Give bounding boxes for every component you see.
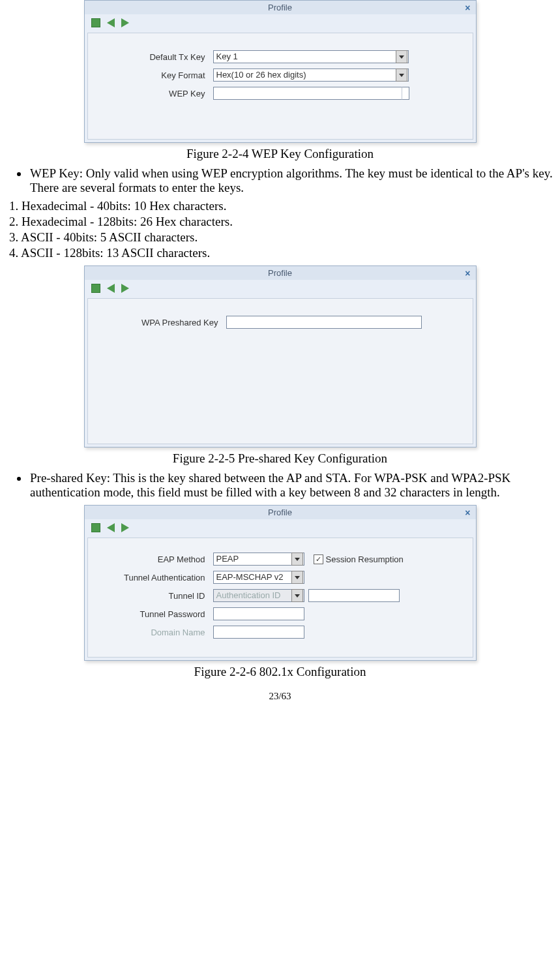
label-domain-name: Domain Name bbox=[101, 628, 213, 637]
dialog-title: Profile bbox=[268, 268, 292, 278]
input-tunnel-password[interactable] bbox=[213, 607, 304, 620]
input-psk[interactable] bbox=[226, 316, 422, 329]
chevron-down-icon[interactable] bbox=[396, 50, 407, 63]
row-key-format: Key Format Hex(10 or 26 hex digits) bbox=[101, 68, 460, 82]
num-item-3: 3. ASCII - 40bits: 5 ASCII characters. bbox=[9, 230, 553, 245]
forward-arrow-icon[interactable] bbox=[121, 284, 129, 293]
label-default-tx-key: Default Tx Key bbox=[101, 52, 213, 62]
check-icon: ✓ bbox=[316, 556, 321, 563]
forward-arrow-icon[interactable] bbox=[121, 523, 129, 532]
back-arrow-icon[interactable] bbox=[107, 284, 115, 293]
stop-icon[interactable] bbox=[91, 523, 100, 532]
wep-key-extra bbox=[402, 87, 409, 100]
close-icon[interactable]: × bbox=[465, 508, 470, 518]
chevron-down-icon[interactable] bbox=[291, 553, 303, 566]
profile-dialog-wep: Profile × Default Tx Key Key 1 Key Forma… bbox=[84, 0, 477, 143]
dialog-nav bbox=[85, 519, 476, 535]
dialog-titlebar: Profile × bbox=[85, 506, 476, 519]
stop-icon[interactable] bbox=[91, 284, 100, 293]
label-key-format: Key Format bbox=[101, 70, 213, 80]
num-item-1: 1. Hexadecimal - 40bits: 10 Hex characte… bbox=[9, 199, 553, 213]
input-domain-name[interactable] bbox=[213, 626, 304, 639]
label-tunnel-id: Tunnel ID bbox=[101, 591, 213, 601]
select-value: Authentication ID bbox=[216, 589, 281, 602]
label-wep-key: WEP Key bbox=[101, 89, 213, 99]
select-default-tx-key[interactable]: Key 1 bbox=[213, 50, 409, 63]
bullet-list-2: Pre-shared Key: This is the key shared b… bbox=[7, 471, 553, 500]
select-value: Hex(10 or 26 hex digits) bbox=[216, 68, 306, 82]
dialog-titlebar: Profile × bbox=[85, 266, 476, 280]
session-resumption-group: ✓ Session Resumption bbox=[314, 554, 404, 564]
row-tunnel-password: Tunnel Password bbox=[101, 607, 460, 620]
row-wep-key: WEP Key bbox=[101, 87, 460, 100]
dialog-nav bbox=[85, 280, 476, 296]
select-tunnel-auth[interactable]: EAP-MSCHAP v2 bbox=[213, 571, 304, 584]
row-default-tx-key: Default Tx Key Key 1 bbox=[101, 50, 460, 63]
dialog-nav bbox=[85, 14, 476, 30]
select-value: Key 1 bbox=[216, 50, 238, 63]
num-item-2: 2. Hexadecimal - 128bits: 26 Hex charact… bbox=[9, 215, 553, 229]
checkbox-session-resumption[interactable]: ✓ bbox=[314, 554, 323, 564]
label-eap-method: EAP Method bbox=[101, 554, 213, 564]
figure-caption-1: Figure 2-2-4 WEP Key Configuration bbox=[7, 147, 553, 161]
select-tunnel-id: Authentication ID bbox=[213, 589, 304, 602]
back-arrow-icon[interactable] bbox=[107, 18, 115, 27]
bullet-wep-key: WEP Key: Only valid when using WEP encry… bbox=[29, 166, 553, 195]
profile-dialog-8021x: Profile × EAP Method PEAP ✓ Session Resu… bbox=[84, 505, 477, 661]
back-arrow-icon[interactable] bbox=[107, 523, 115, 532]
row-eap-method: EAP Method PEAP ✓ Session Resumption bbox=[101, 553, 460, 566]
stop-icon[interactable] bbox=[91, 18, 100, 27]
row-domain-name: Domain Name bbox=[101, 626, 460, 639]
bullet-psk: Pre-shared Key: This is the key shared b… bbox=[29, 471, 553, 500]
profile-dialog-psk: Profile × WPA Preshared Key bbox=[84, 265, 477, 447]
dialog-titlebar: Profile × bbox=[85, 1, 476, 14]
close-icon[interactable]: × bbox=[465, 3, 470, 13]
label-tunnel-auth: Tunnel Authentication bbox=[101, 573, 213, 583]
dialog-body: Default Tx Key Key 1 Key Format Hex(10 o… bbox=[87, 33, 473, 140]
dialog-title: Profile bbox=[268, 3, 292, 12]
bullet-list-1: WEP Key: Only valid when using WEP encry… bbox=[7, 166, 553, 195]
dialog-title: Profile bbox=[268, 508, 292, 517]
row-tunnel-id: Tunnel ID Authentication ID bbox=[101, 589, 460, 602]
row-tunnel-auth: Tunnel Authentication EAP-MSCHAP v2 bbox=[101, 571, 460, 584]
num-item-4: 4. ASCII - 128bits: 13 ASCII characters. bbox=[9, 246, 553, 260]
chevron-down-icon[interactable] bbox=[396, 68, 407, 82]
figure-caption-2: Figure 2-2-5 Pre-shared Key Configuratio… bbox=[7, 451, 553, 466]
input-wep-key[interactable] bbox=[213, 87, 402, 100]
select-value: PEAP bbox=[216, 553, 239, 566]
label-tunnel-password: Tunnel Password bbox=[101, 609, 213, 619]
select-value: EAP-MSCHAP v2 bbox=[216, 571, 284, 584]
row-psk: WPA Preshared Key bbox=[101, 316, 460, 329]
input-tunnel-id[interactable] bbox=[308, 589, 400, 602]
close-icon[interactable]: × bbox=[465, 268, 470, 279]
forward-arrow-icon[interactable] bbox=[121, 18, 129, 27]
label-psk: WPA Preshared Key bbox=[101, 318, 226, 327]
chevron-down-icon bbox=[291, 589, 303, 602]
page-number: 23/63 bbox=[7, 691, 553, 702]
dialog-body: WPA Preshared Key bbox=[87, 298, 473, 444]
dialog-body: EAP Method PEAP ✓ Session Resumption Tun… bbox=[87, 538, 473, 658]
label-session-resumption: Session Resumption bbox=[326, 554, 404, 564]
figure-caption-3: Figure 2-2-6 802.1x Configuration bbox=[7, 665, 553, 679]
chevron-down-icon[interactable] bbox=[291, 571, 303, 584]
select-key-format[interactable]: Hex(10 or 26 hex digits) bbox=[213, 68, 409, 82]
select-eap-method[interactable]: PEAP bbox=[213, 553, 304, 566]
